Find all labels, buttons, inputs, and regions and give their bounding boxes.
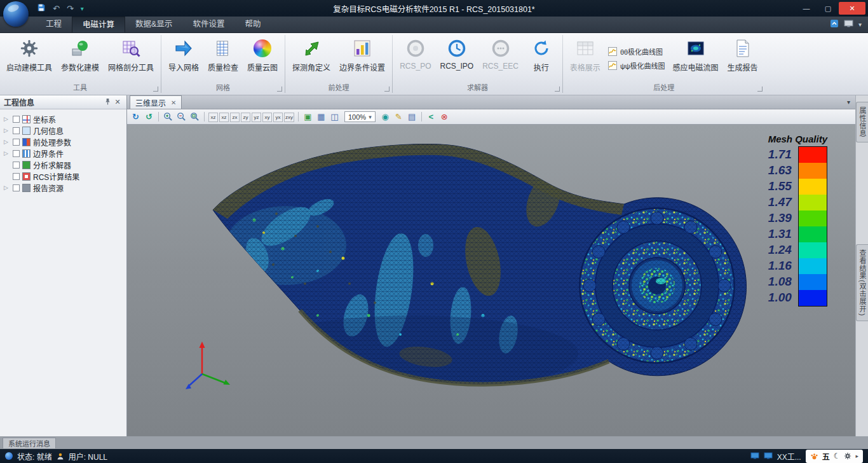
close-button[interactable]: ✕ <box>839 2 865 15</box>
group-dialog-launcher[interactable] <box>757 86 763 92</box>
expander-icon[interactable]: ▷ <box>4 127 10 134</box>
pan-view-button[interactable]: ↺ <box>143 111 155 123</box>
legend-value: 1.00 <box>768 289 798 305</box>
menu-tab-em-computation[interactable]: 电磁计算 <box>72 17 125 32</box>
execute-button[interactable]: 执行 <box>524 36 559 74</box>
expander-icon[interactable]: ▷ <box>4 139 10 145</box>
tree-item-report-resource[interactable]: ▷ 报告资源 <box>0 182 126 193</box>
mesh-magnifier-icon <box>121 37 140 60</box>
undo-button[interactable]: ↶ <box>53 4 60 13</box>
menu-tab-project[interactable]: 工程 <box>36 17 72 32</box>
pane-toggle-button[interactable]: ◫ <box>329 111 341 123</box>
tree-item-coordinate-system[interactable]: ▷ 坐标系 <box>0 113 126 125</box>
grid-toggle-button[interactable]: ▦ <box>315 111 327 123</box>
import-mesh-button[interactable]: 导入网格 <box>165 36 203 74</box>
ime-mode-label[interactable]: 五 <box>822 451 830 462</box>
gear-icon <box>20 37 39 60</box>
collapse-ribbon-button[interactable] <box>830 19 839 30</box>
monitor-icon[interactable] <box>764 452 773 460</box>
generate-report-button[interactable]: 生成报告 <box>724 36 762 74</box>
geometry-info-icon <box>22 127 31 135</box>
tree-checkbox[interactable] <box>13 184 20 191</box>
zoom-window-button[interactable] <box>189 111 201 123</box>
zoom-in-button[interactable] <box>162 111 174 123</box>
menu-tab-data-display[interactable]: 数据&显示 <box>125 17 182 32</box>
table-icon <box>576 37 595 60</box>
tree-item-preprocess-params[interactable]: ▷ 前处理参数 <box>0 136 126 148</box>
pin-icon[interactable] <box>102 98 112 106</box>
quality-check-button[interactable]: 质量检查 <box>204 36 242 74</box>
tree-checkbox[interactable] <box>13 162 20 169</box>
legend-value: 1.16 <box>768 258 798 273</box>
boundary-condition-settings-button[interactable]: 边界条件设置 <box>336 36 389 74</box>
zoom-level-select[interactable]: 100% ▾ <box>344 111 376 122</box>
view-orientation-button[interactable]: xz <box>219 113 229 122</box>
tree-checkbox[interactable] <box>13 116 20 123</box>
3d-model-canvas[interactable] <box>127 125 855 436</box>
tree-checkbox[interactable] <box>13 173 20 180</box>
close-view-button[interactable]: ⊗ <box>438 111 451 123</box>
view-results-tab[interactable]: 查看结果(双击展开) <box>856 244 868 321</box>
view-orientation-button[interactable]: yx <box>273 113 283 122</box>
tree-checkbox[interactable] <box>13 139 20 146</box>
tree-item-rcs-result[interactable]: RCS计算结果 <box>0 170 126 182</box>
share-button[interactable]: < <box>425 111 437 123</box>
tree-item-analysis-solver[interactable]: 分析求解器 <box>0 159 126 170</box>
moon-icon[interactable]: ☾ <box>834 452 841 460</box>
parametric-modeling-button[interactable]: 参数化建模 <box>57 36 103 74</box>
group-dialog-launcher[interactable] <box>555 86 560 92</box>
induced-current-map-button[interactable]: 感应电磁流图 <box>669 36 722 74</box>
tree-checkbox[interactable] <box>13 150 20 157</box>
app-logo[interactable] <box>3 1 29 27</box>
rcs-ipo-button[interactable]: RCS_IPO <box>436 36 477 72</box>
fit-view-button[interactable]: ▣ <box>302 111 314 123</box>
viewport-3d[interactable]: Mesh Quality 1.711.631.551.471.391.311.2… <box>127 125 855 436</box>
group-dialog-launcher[interactable] <box>384 86 390 92</box>
view-orientation-button[interactable]: xy <box>262 113 272 122</box>
minimize-button[interactable]: — <box>796 2 817 15</box>
workspace-display-button[interactable] <box>844 20 853 30</box>
mesh-partition-tool-button[interactable]: 网格剖分工具 <box>104 36 158 74</box>
ime-toolbar[interactable]: 五 ☾ ▸ <box>806 450 863 463</box>
tab-3d-display[interactable]: 三维显示 ✕ <box>130 95 182 109</box>
ime-expand-icon[interactable]: ▸ <box>855 453 858 459</box>
maximize-button[interactable]: ▢ <box>817 2 839 15</box>
panel-close-icon[interactable]: ✕ <box>112 98 123 106</box>
tray-text: XX工... <box>777 451 801 462</box>
property-info-tab[interactable]: 属性信息 <box>856 102 868 142</box>
rotate-view-button[interactable]: ↻ <box>130 111 142 123</box>
ime-gear-icon[interactable] <box>844 452 851 460</box>
psi-polarization-curve-button[interactable]: ψψ极化曲线图 <box>608 60 665 71</box>
capture-button[interactable]: ◉ <box>379 111 391 123</box>
annotate-button[interactable]: ✎ <box>393 111 405 123</box>
tree-item-boundary-condition[interactable]: ▷ 边界条件 <box>0 148 126 159</box>
menu-tab-settings[interactable]: 软件设置 <box>182 17 234 32</box>
expander-icon[interactable]: ▷ <box>4 184 10 191</box>
quality-cloud-map-button[interactable]: 质量云图 <box>243 36 281 74</box>
menu-tab-help[interactable]: 帮助 <box>234 17 271 32</box>
group-dialog-launcher[interactable] <box>277 86 282 92</box>
view-orientation-button[interactable]: zxy <box>284 113 294 122</box>
tab-list-dropdown-icon[interactable]: ▾ <box>847 99 850 106</box>
launch-modeling-tool-button[interactable]: 启动建模工具 <box>3 36 56 74</box>
group-dialog-launcher[interactable] <box>153 86 158 92</box>
theta-polarization-curve-button[interactable]: θθ极化曲线图 <box>608 46 665 57</box>
tab-close-icon[interactable]: ✕ <box>171 99 176 106</box>
zoom-out-button[interactable] <box>175 111 187 123</box>
system-run-messages-tab[interactable]: 系统运行消息 <box>3 438 56 448</box>
save-button[interactable] <box>37 3 46 14</box>
view-orientation-button[interactable]: xz <box>208 113 218 122</box>
redo-button[interactable]: ↷ <box>67 4 74 13</box>
view-orientation-button[interactable]: yz <box>252 113 261 122</box>
quick-access-dropdown-icon[interactable]: ▾ <box>81 5 84 12</box>
expander-icon[interactable]: ▷ <box>4 150 10 156</box>
menubar-dropdown-icon[interactable]: ▾ <box>858 21 862 28</box>
view-orientation-button[interactable]: zx <box>230 113 240 122</box>
view-orientation-button[interactable]: zy <box>241 113 250 122</box>
tree-item-geometry-info[interactable]: ▷ 几何信息 <box>0 125 126 136</box>
monitor-icon[interactable] <box>750 452 759 460</box>
expander-icon[interactable]: ▷ <box>4 116 10 122</box>
probe-angle-define-button[interactable]: 探测角定义 <box>288 36 334 74</box>
paw-icon[interactable] <box>810 452 818 460</box>
layers-button[interactable]: ▤ <box>406 111 418 123</box>
